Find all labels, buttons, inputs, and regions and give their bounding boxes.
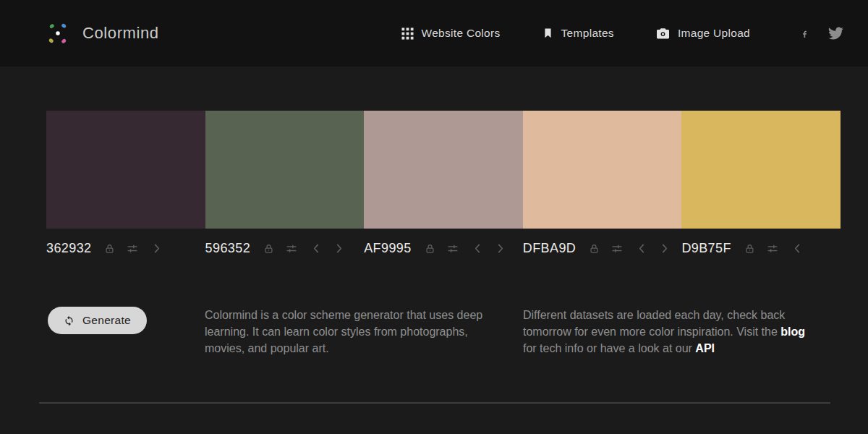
logo[interactable]: Colormind <box>45 20 159 47</box>
social-links <box>801 26 843 41</box>
lock-icon[interactable] <box>425 243 435 255</box>
api-link[interactable]: API <box>695 342 715 354</box>
lock-icon[interactable] <box>744 243 755 255</box>
blog-link[interactable]: blog <box>780 326 805 338</box>
nav-image-upload[interactable]: Image Upload <box>656 27 750 40</box>
refresh-icon <box>64 315 75 326</box>
about-text: Colormind is a color scheme generator th… <box>205 307 494 357</box>
generate-button[interactable]: Generate <box>48 307 147 334</box>
color-swatch-596352[interactable] <box>205 111 365 229</box>
info-text: Different datasets are loaded each day, … <box>523 307 807 357</box>
palette-row <box>46 111 841 229</box>
swatch-label-cell: 596352 <box>205 241 365 256</box>
swatch-label-cell: D9B75F <box>681 241 841 256</box>
logo-text: Colormind <box>82 24 159 43</box>
swatch-label-cell: DFBA9D <box>523 241 682 256</box>
adjust-sliders-icon[interactable] <box>447 243 459 255</box>
nav-label: Website Colors <box>422 27 501 40</box>
grid-icon <box>401 27 414 40</box>
move-left-icon[interactable] <box>790 244 804 253</box>
swatch-label-cell: 362932 <box>46 241 205 256</box>
camera-icon <box>656 27 670 40</box>
info-text-part1: Different datasets are loaded each day, … <box>523 309 785 338</box>
divider <box>39 402 830 404</box>
lock-icon[interactable] <box>104 243 115 255</box>
generate-label: Generate <box>82 314 131 327</box>
color-swatch-D9B75F[interactable] <box>681 111 841 229</box>
color-swatch-362932[interactable] <box>46 111 205 229</box>
info-text-part2: for tech info or have a look at our <box>523 342 695 354</box>
swatch-hex-code[interactable]: 596352 <box>205 241 250 256</box>
bookmark-icon <box>542 27 553 40</box>
swatch-hex-code[interactable]: DFBA9D <box>523 241 576 256</box>
move-left-icon[interactable] <box>309 244 323 253</box>
colormind-dots-icon <box>45 20 72 47</box>
swatch-hex-code[interactable]: D9B75F <box>681 241 731 256</box>
main-nav: Website Colors Templates Image Upload <box>401 27 750 40</box>
adjust-sliders-icon[interactable] <box>767 243 778 255</box>
nav-templates[interactable]: Templates <box>542 27 614 40</box>
move-left-icon[interactable] <box>634 244 649 253</box>
header: Colormind Website Colors Templates <box>0 0 868 67</box>
adjust-sliders-icon[interactable] <box>611 243 623 255</box>
move-right-icon[interactable] <box>493 244 508 253</box>
nav-website-colors[interactable]: Website Colors <box>401 27 501 40</box>
swatch-label-cell: AF9995 <box>364 241 523 256</box>
palette-labels: 362932 596352 <box>46 241 841 256</box>
facebook-icon[interactable] <box>801 26 809 41</box>
nav-label: Templates <box>561 27 614 40</box>
swatch-hex-code[interactable]: 362932 <box>46 241 91 256</box>
nav-label: Image Upload <box>678 27 750 40</box>
lock-icon[interactable] <box>263 243 274 255</box>
adjust-sliders-icon[interactable] <box>127 243 138 255</box>
twitter-icon[interactable] <box>828 27 843 40</box>
lock-icon[interactable] <box>589 243 600 255</box>
generate-area: Generate <box>46 307 205 334</box>
bottom-section: Generate Colormind is a color scheme gen… <box>46 307 868 357</box>
adjust-sliders-icon[interactable] <box>286 243 297 255</box>
move-left-icon[interactable] <box>470 244 485 253</box>
swatch-hex-code[interactable]: AF9995 <box>364 241 411 256</box>
move-right-icon[interactable] <box>658 244 672 253</box>
move-right-icon[interactable] <box>332 244 346 253</box>
color-swatch-DFBA9D[interactable] <box>523 111 682 229</box>
move-right-icon[interactable] <box>150 244 164 253</box>
color-swatch-AF9995[interactable] <box>364 111 523 229</box>
